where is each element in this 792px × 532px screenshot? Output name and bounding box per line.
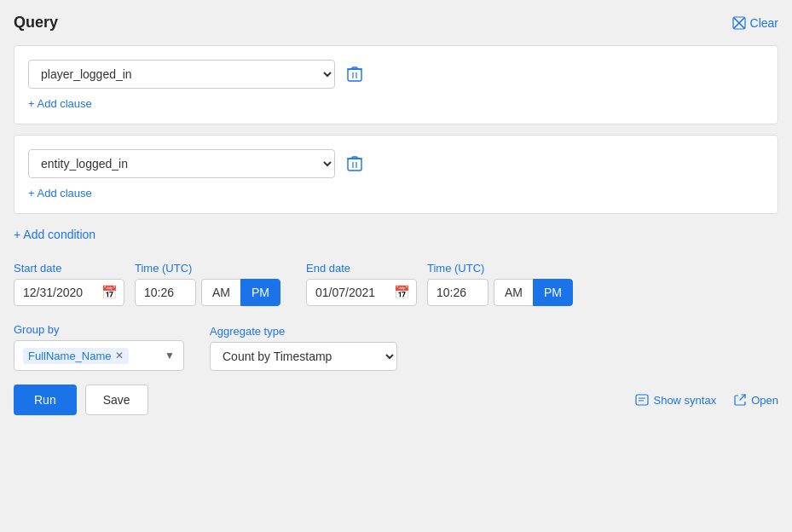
clear-label: Clear [750,16,778,30]
show-syntax-button[interactable]: Show syntax [635,393,716,407]
delete-condition-2-button[interactable] [344,152,366,176]
condition-box-1: player_logged_in + Add clause [14,45,778,124]
event-select-2[interactable]: entity_logged_in [28,149,335,178]
group-by-input[interactable]: FullName_Name ✕ ▼ [14,340,184,371]
aggregate-wrap: Aggregate type Count by Timestamp Sum Av… [210,325,397,371]
add-condition-label: + Add condition [14,228,95,241]
remove-group-by-tag[interactable]: ✕ [115,350,124,361]
start-pm-button[interactable]: PM [240,279,280,306]
run-button[interactable]: Run [14,385,77,415]
svg-line-12 [740,395,745,400]
start-ampm-group: AM PM [201,279,280,306]
start-date-group: Start date 📅 Time (UTC) AM PM [14,262,280,306]
bottom-section: Group by FullName_Name ✕ ▼ Aggregate typ… [14,323,778,371]
start-calendar-icon[interactable]: 📅 [101,285,118,300]
start-time-label: Time (UTC) [135,262,280,275]
add-clause-1-label: + Add clause [28,97,92,110]
end-ampm-group: AM PM [494,279,573,306]
condition-row-1: player_logged_in [28,60,764,89]
end-pm-button[interactable]: PM [533,279,573,306]
add-clause-2-button[interactable]: + Add clause [28,187,92,200]
add-clause-2-label: + Add clause [28,187,92,200]
trash-icon [347,66,362,83]
condition-row-2: entity_logged_in [28,149,764,178]
action-row: Run Save Show syntax Open [14,385,778,415]
date-time-section: Start date 📅 Time (UTC) AM PM End date 📅 [14,262,778,306]
start-am-button[interactable]: AM [201,279,240,306]
end-am-button[interactable]: AM [494,279,533,306]
page-title: Query [14,14,58,32]
end-time-input[interactable] [427,279,488,306]
start-date-input-wrap: 📅 [14,279,124,306]
group-by-label: Group by [14,323,184,336]
aggregate-select[interactable]: Count by Timestamp Sum Average Min Max [210,342,397,371]
left-actions: Run Save [14,385,148,415]
end-date-field: End date 📅 [306,262,417,306]
svg-rect-5 [348,159,361,171]
start-time-field: Time (UTC) AM PM [135,262,280,306]
show-syntax-icon [635,393,649,407]
add-condition-button[interactable]: + Add condition [14,224,95,245]
trash-icon-2 [347,155,362,172]
clear-button[interactable]: Clear [732,16,778,30]
group-by-tag: FullName_Name ✕ [23,348,129,364]
end-date-input-wrap: 📅 [306,279,417,306]
group-by-wrap: Group by FullName_Name ✕ ▼ [14,323,184,371]
open-label: Open [751,394,778,407]
group-by-tag-value: FullName_Name [28,350,112,362]
end-date-group: End date 📅 Time (UTC) AM PM [306,262,573,306]
end-time-label: Time (UTC) [427,262,573,275]
svg-rect-1 [348,69,361,81]
clear-icon [732,16,746,30]
group-by-chevron-icon: ▼ [165,350,175,361]
save-button[interactable]: Save [85,385,148,415]
svg-rect-9 [636,395,648,405]
add-clause-1-button[interactable]: + Add clause [28,97,92,110]
event-select-1[interactable]: player_logged_in [28,60,335,89]
delete-condition-1-button[interactable] [344,62,366,86]
end-time-field: Time (UTC) AM PM [427,262,573,306]
start-time-input[interactable] [135,279,196,306]
start-date-field: Start date 📅 [14,262,124,306]
condition-box-2: entity_logged_in + Add clause [14,135,778,214]
right-actions: Show syntax Open [635,393,778,407]
open-button[interactable]: Open [733,393,778,407]
end-calendar-icon[interactable]: 📅 [394,285,410,300]
page-header: Query Clear [14,14,778,32]
start-date-label: Start date [14,262,124,275]
end-date-label: End date [306,262,417,275]
open-icon [733,393,747,407]
show-syntax-label: Show syntax [653,394,716,407]
aggregate-label: Aggregate type [210,325,397,338]
